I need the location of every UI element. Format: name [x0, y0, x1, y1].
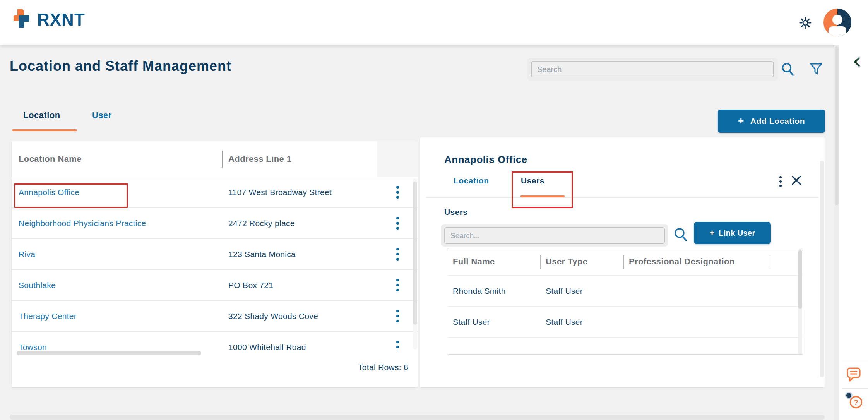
location-table-horizontal-scrollbar[interactable] [17, 351, 201, 355]
users-table-header: Full Name User Type Professional Designa… [447, 248, 803, 275]
active-tab-underline [12, 129, 77, 131]
add-location-button[interactable]: + Add Location [718, 110, 825, 133]
user-type-cell: Staff User [540, 286, 623, 296]
sidebar-divider [842, 388, 868, 389]
location-table-card: Location Name Address Line 1 Annapolis O… [12, 141, 418, 387]
filter-icon[interactable] [810, 63, 823, 75]
location-name-link[interactable]: Southlake [19, 281, 56, 290]
table-row: Neighborhood Physicians Practice 2472 Ro… [12, 208, 418, 239]
detail-panel-title: Annapolis Office [444, 154, 527, 166]
close-icon[interactable] [791, 175, 802, 186]
location-name-link[interactable]: Therapy Center [19, 312, 77, 321]
collapse-panel-chevron-icon[interactable] [852, 57, 862, 67]
table-row: Riva 123 Santa Monica [12, 239, 418, 270]
address-cell: 1107 West Broadway Street [222, 188, 377, 197]
svg-text:?: ? [854, 398, 858, 406]
detail-tab-location[interactable]: Location [454, 176, 489, 185]
users-search-container [441, 224, 668, 247]
user-row: Rhonda Smith Staff User [447, 275, 803, 306]
top-header-bar: RXNT [0, 0, 868, 45]
rxnt-logo-text: RXNT [37, 10, 85, 29]
empty-partial-row [447, 337, 803, 355]
users-search-icon[interactable] [673, 227, 688, 242]
page-vertical-scrollbar[interactable] [834, 45, 839, 420]
column-header-address[interactable]: Address Line 1 [222, 141, 377, 177]
rxnt-cross-icon [11, 9, 33, 31]
sidebar-divider [842, 360, 868, 360]
users-section-label: Users [444, 207, 467, 217]
location-table-vertical-scrollbar[interactable] [413, 178, 417, 350]
user-avatar[interactable] [823, 8, 852, 37]
search-input[interactable] [531, 61, 774, 77]
table-row: Towson 1000 Whitehall Road [12, 332, 418, 351]
column-header-full-name[interactable]: Full Name [447, 257, 540, 267]
tab-user[interactable]: User [92, 110, 112, 120]
detail-panel-vertical-scrollbar[interactable] [820, 161, 824, 377]
column-header-location-name[interactable]: Location Name [12, 141, 222, 177]
total-rows-label: Total Rows: 6 [358, 363, 408, 372]
column-divider [623, 255, 624, 269]
column-divider [540, 255, 541, 269]
page-title: Location and Staff Management [10, 58, 231, 74]
tab-location[interactable]: Location [23, 110, 60, 120]
location-table-header: Location Name Address Line 1 [12, 141, 418, 177]
row-kebab-menu-icon[interactable] [395, 184, 401, 200]
row-kebab-menu-icon[interactable] [395, 339, 401, 351]
avatar-person-icon [832, 15, 842, 25]
column-header-professional-designation[interactable]: Professional Designation [623, 257, 770, 267]
notification-dot [845, 392, 853, 399]
column-header-actions [377, 141, 418, 177]
global-search-container [527, 58, 778, 81]
user-type-cell: Staff User [540, 317, 623, 327]
rxnt-logo[interactable]: RXNT [11, 9, 85, 31]
link-user-button[interactable]: + Link User [694, 222, 771, 244]
chat-feedback-icon[interactable] [846, 367, 861, 382]
address-cell: 322 Shady Woods Cove [222, 312, 377, 321]
location-name-link[interactable]: Riva [19, 250, 35, 259]
address-cell: 123 Santa Monica [222, 250, 377, 259]
full-name-cell: Rhonda Smith [447, 286, 540, 296]
column-divider [770, 255, 770, 269]
users-table-body: Rhonda Smith Staff User Staff User Staff… [447, 275, 803, 337]
row-kebab-menu-icon[interactable] [395, 246, 401, 262]
detail-tab-users[interactable]: Users [521, 176, 544, 185]
column-header-user-type[interactable]: User Type [540, 257, 623, 267]
user-row: Staff User Staff User [447, 306, 803, 337]
table-row: Therapy Center 322 Shady Woods Cove [12, 301, 418, 332]
table-row: Southlake PO Box 721 [12, 270, 418, 301]
location-name-link[interactable]: Annapolis Office [19, 188, 79, 197]
row-kebab-menu-icon[interactable] [395, 277, 401, 293]
address-cell: 1000 Whitehall Road [222, 343, 377, 351]
users-table-vertical-scrollbar[interactable] [798, 249, 802, 354]
users-search-input[interactable] [444, 227, 665, 244]
plus-icon: + [738, 115, 744, 127]
location-table-body: Annapolis Office 1107 West Broadway Stre… [12, 177, 418, 351]
row-kebab-menu-icon[interactable] [395, 308, 401, 324]
settings-gear-icon[interactable] [798, 15, 813, 30]
users-table: Full Name User Type Professional Designa… [447, 248, 803, 355]
table-row: Annapolis Office 1107 West Broadway Stre… [12, 177, 418, 208]
utility-sidebar: ? [839, 45, 868, 420]
full-name-cell: Staff User [447, 317, 540, 327]
location-detail-panel: Annapolis Office Location Users Users + … [420, 137, 825, 387]
plus-icon: + [709, 228, 715, 238]
address-cell: 2472 Rocky place [222, 219, 377, 228]
search-icon[interactable] [781, 62, 795, 77]
column-divider [222, 151, 223, 168]
location-name-link[interactable]: Towson [19, 343, 47, 351]
row-kebab-menu-icon[interactable] [395, 215, 401, 231]
location-name-link[interactable]: Neighborhood Physicians Practice [19, 219, 146, 228]
address-cell: PO Box 721 [222, 281, 377, 290]
detail-kebab-menu-icon[interactable] [778, 175, 783, 189]
detail-tabs-divider [426, 197, 818, 198]
page-horizontal-scrollbar[interactable] [10, 415, 825, 420]
